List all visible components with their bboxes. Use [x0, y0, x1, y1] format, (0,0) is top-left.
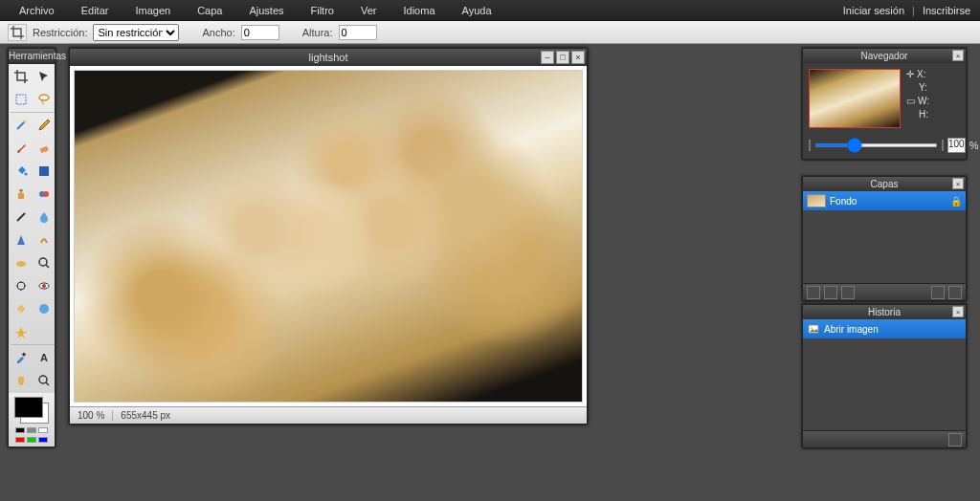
- menu-archivo[interactable]: Archivo: [6, 5, 68, 16]
- preset-swatch[interactable]: [38, 437, 48, 443]
- brush-tool-icon[interactable]: [11, 138, 32, 159]
- delete-history-icon[interactable]: [948, 433, 962, 447]
- svg-point-8: [43, 191, 49, 197]
- eraser-tool-icon[interactable]: [33, 138, 55, 159]
- canvas-image[interactable]: [74, 70, 583, 403]
- new-layer-icon[interactable]: [807, 286, 820, 299]
- height-input[interactable]: [339, 25, 377, 40]
- nav-y-label: Y:: [919, 82, 927, 93]
- close-icon[interactable]: ×: [952, 178, 964, 189]
- minimize-icon[interactable]: –: [541, 51, 554, 64]
- canvas-title: lightshot: [309, 52, 348, 63]
- foreground-color-swatch[interactable]: [14, 397, 43, 418]
- dodge-tool-icon[interactable]: [11, 275, 32, 296]
- menu-editar[interactable]: Editar: [68, 5, 122, 16]
- zoom2-tool-icon[interactable]: [33, 370, 55, 391]
- zoom-slider[interactable]: [814, 143, 938, 147]
- pencil-tool-icon[interactable]: [33, 115, 55, 136]
- pinch-tool-icon[interactable]: [11, 321, 32, 342]
- options-bar: Restricción: Sin restricción Ancho: Altu…: [0, 21, 980, 44]
- close-icon[interactable]: ×: [952, 306, 964, 317]
- svg-point-2: [24, 120, 27, 123]
- height-label: Altura:: [302, 27, 333, 38]
- history-title: Historia ×: [803, 305, 966, 319]
- lock-icon[interactable]: 🔒: [950, 196, 962, 207]
- layer-row[interactable]: Fondo 🔒: [803, 191, 966, 210]
- bloat-tool-icon[interactable]: [33, 298, 55, 319]
- svg-rect-5: [39, 166, 49, 176]
- preset-swatch[interactable]: [38, 427, 48, 433]
- wand-tool-icon[interactable]: [11, 115, 32, 136]
- duplicate-icon[interactable]: [841, 286, 855, 299]
- navigator-thumbnail[interactable]: [809, 69, 901, 128]
- menubar: Archivo Editar Imagen Capa Ajustes Filtr…: [0, 0, 980, 21]
- width-input[interactable]: [241, 25, 279, 40]
- workspace: Herramientas: [0, 44, 980, 501]
- svg-point-11: [17, 282, 25, 290]
- sponge-tool-icon[interactable]: [11, 252, 32, 273]
- sharpen-tool-icon[interactable]: [11, 229, 32, 250]
- gradient-tool-icon[interactable]: [33, 161, 55, 182]
- svg-text:A: A: [40, 352, 48, 363]
- crop-icon[interactable]: [8, 24, 27, 41]
- color-replace-tool-icon[interactable]: [33, 184, 55, 205]
- nav-w-label: W:: [918, 96, 929, 106]
- mask-icon[interactable]: [824, 286, 837, 299]
- toolbox: Herramientas: [8, 48, 56, 447]
- clone-tool-icon[interactable]: [11, 184, 32, 205]
- redeye-tool-icon[interactable]: [33, 275, 55, 296]
- zoom-tool-icon[interactable]: [33, 252, 55, 273]
- delete-layer-icon[interactable]: [948, 286, 962, 299]
- open-image-icon: [807, 322, 820, 336]
- width-label: Ancho:: [202, 27, 234, 38]
- hand-tool-icon[interactable]: [11, 370, 32, 391]
- svg-point-9: [16, 261, 26, 267]
- preset-swatch[interactable]: [15, 437, 25, 443]
- preset-swatch[interactable]: [27, 437, 36, 443]
- crop-tool-icon[interactable]: [11, 66, 32, 87]
- svg-point-10: [39, 258, 47, 266]
- svg-point-19: [39, 376, 47, 383]
- zoom-out-icon[interactable]: [809, 140, 811, 151]
- menu-imagen[interactable]: Imagen: [122, 5, 184, 16]
- preset-swatch[interactable]: [27, 427, 36, 433]
- smudge-tool-icon[interactable]: [33, 229, 55, 250]
- spot-heal-tool-icon[interactable]: [11, 298, 32, 319]
- menu-ayuda[interactable]: Ayuda: [449, 5, 505, 16]
- menu-idioma[interactable]: Idioma: [390, 5, 448, 16]
- zoom-in-icon[interactable]: [942, 140, 944, 151]
- canvas-titlebar[interactable]: lightshot – □ ×: [70, 49, 587, 66]
- menu-capa[interactable]: Capa: [184, 5, 235, 16]
- marquee-tool-icon[interactable]: [11, 89, 32, 110]
- history-panel: Historia × Abrir imagen: [802, 304, 967, 448]
- menu-filtro[interactable]: Filtro: [298, 5, 347, 16]
- merge-icon[interactable]: [931, 286, 945, 299]
- signup-link[interactable]: Inscribirse: [919, 5, 974, 16]
- nav-h-label: H:: [919, 109, 928, 120]
- layer-name: Fondo: [830, 196, 857, 207]
- restrict-select[interactable]: Sin restricción: [93, 24, 179, 41]
- menu-ver[interactable]: Ver: [347, 5, 390, 16]
- close-icon[interactable]: ×: [571, 51, 585, 64]
- move-tool-icon[interactable]: [33, 66, 55, 87]
- zoom-unit: %: [969, 140, 979, 151]
- draw-tool-icon[interactable]: [11, 207, 32, 228]
- svg-point-13: [42, 284, 46, 288]
- lasso-tool-icon[interactable]: [33, 89, 55, 110]
- menu-ajustes[interactable]: Ajustes: [235, 5, 297, 16]
- toolbox-title: Herramientas: [9, 49, 55, 64]
- zoom-readout: 100 %: [70, 410, 113, 421]
- login-link[interactable]: Iniciar sesión: [839, 5, 908, 16]
- nav-x-label: X:: [917, 69, 925, 79]
- maximize-icon[interactable]: □: [556, 51, 569, 64]
- blur-tool-icon[interactable]: [33, 207, 55, 228]
- history-row[interactable]: Abrir imagen: [803, 319, 966, 338]
- preset-swatch[interactable]: [15, 427, 25, 433]
- type-tool-icon[interactable]: A: [33, 347, 55, 368]
- restrict-label: Restricción:: [33, 27, 87, 38]
- zoom-value[interactable]: 100: [947, 138, 966, 153]
- bucket-tool-icon[interactable]: [11, 161, 32, 182]
- close-icon[interactable]: ×: [952, 50, 964, 61]
- eyedropper-tool-icon[interactable]: [11, 347, 32, 368]
- navigator-panel: Navegador × ✛X: Y: ▭W: H: 100 %: [802, 48, 967, 160]
